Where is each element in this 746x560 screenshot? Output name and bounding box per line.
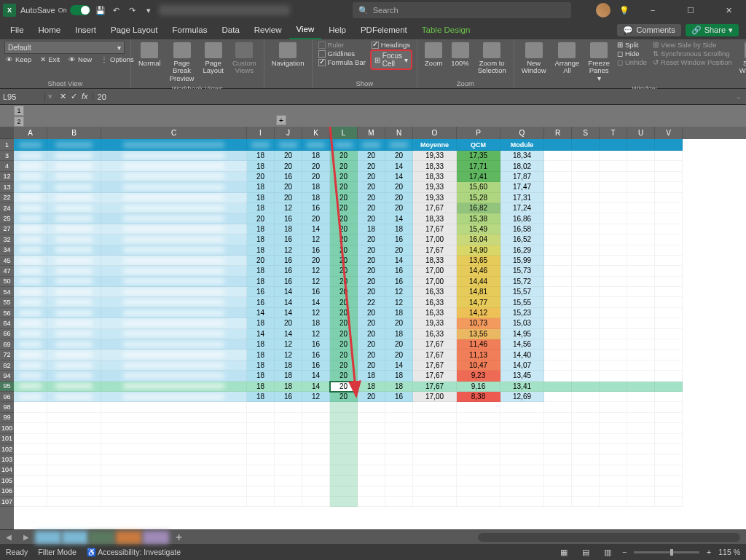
cell[interactable]: 12,69 xyxy=(500,392,544,402)
name-box[interactable]: L95 xyxy=(0,92,45,101)
cell[interactable] xyxy=(500,402,544,412)
cell[interactable] xyxy=(247,476,275,486)
cell[interactable]: 15,55 xyxy=(500,297,544,307)
cell[interactable]: 12 xyxy=(302,308,330,318)
cell[interactable]: 20 xyxy=(302,161,330,171)
focus-cell-button[interactable]: ⊞ Focus Cell ▾ xyxy=(370,50,412,70)
tab-formulas[interactable]: Formulas xyxy=(165,20,215,39)
cell[interactable] xyxy=(627,444,655,454)
cell[interactable] xyxy=(600,172,627,182)
cell[interactable]: 20 xyxy=(330,193,358,203)
cell[interactable] xyxy=(544,444,572,454)
cell[interactable] xyxy=(101,139,247,151)
cell[interactable] xyxy=(47,266,101,276)
cell[interactable] xyxy=(572,339,600,350)
cell[interactable]: 20 xyxy=(358,245,385,256)
cell[interactable] xyxy=(600,203,627,213)
cell[interactable] xyxy=(47,308,101,318)
cell[interactable]: 18,02 xyxy=(500,161,544,171)
cell[interactable] xyxy=(101,297,247,307)
cell[interactable]: 20 xyxy=(247,256,275,266)
cell[interactable] xyxy=(14,234,47,245)
cell[interactable] xyxy=(572,423,600,433)
cell[interactable]: 14,95 xyxy=(500,329,544,339)
switch-windows-button[interactable]: Switch Windows ▾ xyxy=(737,41,746,84)
cell[interactable]: 17,67 xyxy=(413,350,457,360)
cell[interactable] xyxy=(627,308,655,318)
cell[interactable] xyxy=(600,277,627,287)
cell[interactable] xyxy=(101,172,247,182)
row-header[interactable]: 105 xyxy=(0,476,14,486)
cell[interactable]: 14,44 xyxy=(457,277,500,287)
cell[interactable] xyxy=(655,297,683,307)
cell[interactable] xyxy=(302,139,330,151)
cell[interactable]: 13,41 xyxy=(500,382,544,392)
cell[interactable] xyxy=(302,434,330,444)
cell[interactable] xyxy=(600,444,627,454)
cell[interactable]: 16 xyxy=(247,297,275,307)
reset-position-button[interactable]: ↺ Reset Window Position xyxy=(651,58,734,66)
cell[interactable] xyxy=(655,371,683,381)
cell[interactable]: 20 xyxy=(385,350,413,360)
cell[interactable]: 8,38 xyxy=(457,392,500,402)
cell[interactable]: 18 xyxy=(247,350,275,360)
cell[interactable] xyxy=(627,329,655,339)
cell[interactable] xyxy=(101,465,247,476)
cell[interactable] xyxy=(101,497,247,507)
horizontal-scrollbar[interactable] xyxy=(478,533,740,542)
tab-pdfelement[interactable]: PDFelement xyxy=(353,20,415,39)
cell[interactable] xyxy=(655,402,683,412)
cell[interactable] xyxy=(358,423,385,433)
cell[interactable] xyxy=(627,413,655,423)
row-header[interactable]: 55 xyxy=(0,297,14,307)
cell[interactable] xyxy=(14,392,47,402)
cell[interactable] xyxy=(330,444,358,454)
cell[interactable]: 15,57 xyxy=(500,287,544,297)
cell[interactable] xyxy=(47,486,101,497)
cell[interactable] xyxy=(655,139,683,151)
cell[interactable]: 20 xyxy=(385,245,413,256)
cell[interactable] xyxy=(544,360,572,371)
search-box[interactable]: 🔍 Search xyxy=(353,2,571,18)
cell[interactable] xyxy=(47,371,101,381)
cell[interactable] xyxy=(600,245,627,256)
cell[interactable] xyxy=(14,139,47,151)
cell[interactable] xyxy=(14,402,47,412)
cell[interactable] xyxy=(47,234,101,245)
cell[interactable] xyxy=(413,434,457,444)
cell[interactable] xyxy=(101,193,247,203)
cell[interactable] xyxy=(14,161,47,171)
cell[interactable]: 20 xyxy=(330,339,358,350)
cell[interactable] xyxy=(627,245,655,256)
cell[interactable] xyxy=(572,203,600,213)
cell[interactable]: 16 xyxy=(275,392,302,402)
cell[interactable] xyxy=(600,213,627,224)
cell[interactable]: 13,56 xyxy=(457,329,500,339)
undo-icon[interactable]: ↶ xyxy=(111,4,122,16)
cell[interactable] xyxy=(47,318,101,328)
cell[interactable]: 20 xyxy=(330,161,358,171)
cell[interactable] xyxy=(544,350,572,360)
zoom-button[interactable]: Zoom xyxy=(422,41,445,68)
cell[interactable] xyxy=(627,213,655,224)
exit-button[interactable]: ✕ Exit xyxy=(39,55,61,63)
cell[interactable]: 11,13 xyxy=(457,350,500,360)
select-all-corner[interactable] xyxy=(0,127,14,139)
cell[interactable] xyxy=(457,434,500,444)
cell[interactable]: 13,65 xyxy=(457,256,500,266)
cell[interactable] xyxy=(14,256,47,266)
cell[interactable] xyxy=(47,139,101,151)
cell[interactable]: 17,87 xyxy=(500,172,544,182)
cell[interactable] xyxy=(572,402,600,412)
side-by-side-button[interactable]: ⊞ View Side by Side xyxy=(651,41,734,49)
cell[interactable] xyxy=(101,486,247,497)
cell[interactable] xyxy=(627,350,655,360)
cell[interactable]: 20 xyxy=(330,382,358,392)
cell[interactable]: 20 xyxy=(330,371,358,381)
cell[interactable] xyxy=(457,423,500,433)
cell[interactable] xyxy=(47,297,101,307)
cell[interactable] xyxy=(572,329,600,339)
cell[interactable]: 20 xyxy=(330,266,358,276)
cell[interactable] xyxy=(385,476,413,486)
cell[interactable] xyxy=(47,392,101,402)
